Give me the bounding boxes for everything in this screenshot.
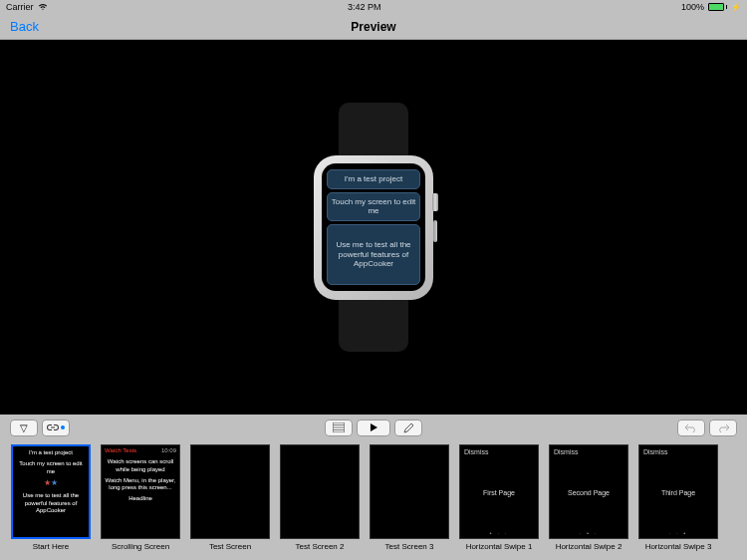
watch-cell-1[interactable]: I'm a test project: [327, 169, 420, 189]
thumbnail-item[interactable]: DismissSecond Page· • ·Horizontal Swipe …: [548, 444, 629, 558]
thumbnail-item[interactable]: Test Screen: [189, 444, 271, 558]
thumbnail-label: Horizontal Swipe 3: [645, 542, 712, 551]
thumbnail-preview[interactable]: [280, 444, 360, 539]
thumbnail-label: Horizontal Swipe 2: [556, 542, 622, 551]
watch-cell-2[interactable]: Touch my screen to edit me: [327, 192, 420, 221]
thumbnail-preview[interactable]: DismissSecond Page· • ·: [549, 444, 628, 539]
thumbnail-item[interactable]: Watch Tests10:09Watch screens can scroll…: [100, 444, 181, 558]
thumbnail-item[interactable]: DismissThird Page· · •Horizontal Swipe 3: [637, 444, 719, 558]
thumbnail-preview[interactable]: Watch Tests10:09Watch screens can scroll…: [101, 444, 180, 539]
nav-bar: Back Preview: [0, 14, 747, 40]
thumbnail-label: Scrolling Screen: [112, 542, 169, 551]
thumbnail-item[interactable]: Test Screen 2: [279, 444, 361, 558]
status-bar: Carrier 3:42 PM 100% ⚡: [0, 0, 747, 14]
thumbnail-label: Start Here: [33, 542, 69, 551]
thumbnail-item[interactable]: Test Screen 3: [369, 444, 450, 558]
thumbnail-label: Horizontal Swipe 1: [466, 542, 533, 551]
thumbnail-label: Test Screen 2: [296, 542, 345, 551]
link-button[interactable]: [42, 420, 70, 436]
thumbnail-label: Test Screen: [209, 542, 251, 551]
thumbnail-label: Test Screen 3: [385, 542, 434, 551]
dropdown-button[interactable]: ▽: [10, 420, 38, 436]
thumbnail-item[interactable]: I'm a test projectTouch my screen to edi…: [10, 444, 92, 558]
status-time: 3:42 PM: [348, 2, 381, 12]
edit-button[interactable]: [394, 420, 422, 436]
battery-percent: 100%: [681, 2, 704, 12]
toolbar: ▽: [0, 415, 747, 440]
wifi-icon: [38, 3, 48, 11]
list-view-button[interactable]: [325, 420, 353, 436]
watch-screen[interactable]: I'm a test project Touch my screen to ed…: [322, 163, 425, 291]
battery-icon: [708, 3, 727, 11]
page-title: Preview: [351, 20, 395, 34]
thumbnails-strip[interactable]: I'm a test projectTouch my screen to edi…: [0, 440, 747, 560]
back-button[interactable]: Back: [0, 19, 39, 34]
watch-side-button: [433, 220, 437, 242]
thumbnail-item[interactable]: DismissFirst Page• · ·Horizontal Swipe 1: [458, 444, 540, 558]
watch-crown: [432, 193, 438, 211]
watch-cell-3[interactable]: Use me to test all the powerful features…: [327, 224, 420, 285]
thumbnail-preview[interactable]: DismissFirst Page• · ·: [459, 444, 539, 539]
undo-button[interactable]: [677, 420, 705, 436]
thumbnail-preview[interactable]: DismissThird Page· · •: [638, 444, 718, 539]
redo-button[interactable]: [709, 420, 737, 436]
thumbnail-preview[interactable]: [190, 444, 270, 539]
preview-canvas[interactable]: I'm a test project Touch my screen to ed…: [0, 40, 747, 415]
carrier-label: Carrier: [6, 2, 34, 12]
play-button[interactable]: [357, 420, 390, 436]
watch-device: I'm a test project Touch my screen to ed…: [294, 93, 453, 362]
link-indicator-dot: [61, 425, 65, 429]
thumbnail-preview[interactable]: I'm a test projectTouch my screen to edi…: [11, 444, 91, 539]
thumbnail-preview[interactable]: [370, 444, 449, 539]
charging-icon: ⚡: [731, 3, 741, 12]
